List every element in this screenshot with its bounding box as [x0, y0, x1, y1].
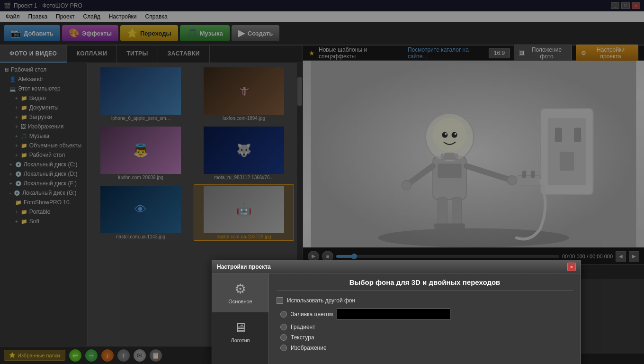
scroll-thumb[interactable] [297, 77, 302, 106]
titlebar-controls[interactable]: _ □ × [611, 2, 640, 9]
file-thumbnail: 🐺 [204, 127, 284, 174]
promo-link[interactable]: Посмотрите каталог на сайте... [408, 46, 485, 60]
folder-icon: 📁 [21, 209, 27, 215]
radio-image[interactable]: Изображение [280, 345, 573, 351]
tab-photo-video[interactable]: ФОТО И ВИДЕО [0, 46, 67, 63]
favorites-button[interactable]: ⭐ Избранные папки [4, 350, 65, 361]
file-item[interactable]: 🐺 mota_ru_983112-1366x76... [194, 125, 294, 182]
menu-project[interactable]: Проект [52, 12, 79, 21]
tree-item-video[interactable]: + 📁 Видео [0, 93, 87, 103]
tree-item-portable[interactable]: + 📁 Portable [0, 207, 87, 217]
titlebar-title: Проект 1 - ФотоШОУ PRO [14, 2, 82, 9]
music-button[interactable]: 🎵 Музыка [180, 25, 230, 41]
dialog-nav-logo[interactable]: 🖥 Логотип [212, 312, 268, 351]
tree-item-downloads[interactable]: + 📁 Загрузки [0, 112, 87, 122]
tree-item-images[interactable]: + 🖼 Изображения [0, 122, 87, 131]
transitions-button[interactable]: ⭐ Переходы [120, 25, 178, 41]
tree-item-docs[interactable]: + 📁 Документы [0, 103, 87, 112]
time-display: 00:00.000 / 00:00.000 [562, 254, 613, 259]
nav-copy-button[interactable]: 📋 [150, 349, 162, 362]
menu-settings[interactable]: Настройки [105, 12, 141, 21]
svg-point-25 [442, 132, 447, 138]
expand-icon: + [15, 105, 18, 110]
expand-icon: + [15, 115, 18, 120]
file-name: nastol.com.ua-103728.jpg [216, 234, 271, 239]
image-radio[interactable] [280, 345, 287, 351]
tree-item-diskc[interactable]: + 💿 Локальный диск (C:) [0, 160, 87, 169]
project-settings-dialog: Настройки проекта × ⚙ Основное 🖥 Логотип… [212, 260, 581, 364]
tree-item-desktop2[interactable]: + 📁 Рабочий стол [0, 150, 87, 160]
folder-icon: 📁 [15, 200, 22, 206]
file-name: nastol.com.ua-1143.jpg [116, 234, 165, 239]
nav-forward-button[interactable]: → [85, 349, 98, 362]
menu-edit[interactable]: Правка [25, 12, 52, 21]
use-other-bg-option[interactable]: Использовать другой фон [277, 297, 573, 304]
file-name: mota_ru_983112-1366x76... [214, 175, 274, 180]
radio-texture[interactable]: Текстура [280, 334, 573, 341]
tree-item-computer[interactable]: 💻 Этот компьютер [0, 84, 87, 93]
svg-point-28 [455, 133, 456, 135]
add-icon: 📷 [10, 28, 21, 38]
nav-up-button[interactable]: ↑ [117, 349, 130, 362]
nav-mail-button[interactable]: ✉ [134, 349, 146, 362]
app-icon: 🎬 [4, 2, 11, 9]
svg-point-1 [378, 228, 569, 247]
gradient-radio[interactable] [280, 324, 287, 330]
svg-rect-17 [452, 197, 462, 226]
color-swatch[interactable] [337, 309, 450, 320]
file-thumbnail: 🗡 [204, 67, 284, 115]
menu-file[interactable]: Файл [2, 12, 24, 21]
close-button[interactable]: × [632, 2, 640, 9]
file-item[interactable]: 👼 luxfon.com-20609.jpg [90, 125, 191, 182]
maximize-button[interactable]: □ [621, 2, 630, 9]
menubar: Файл Правка Проект Слайд Настройки Справ… [0, 11, 644, 22]
tab-screensavers[interactable]: ЗАСТАВКИ [158, 46, 210, 63]
tree-item-aleksandr[interactable]: 👤 Aleksandr [0, 74, 87, 84]
file-item[interactable]: iphone_6_apple_pero_sm... [90, 66, 191, 122]
titlebar: 🎬 Проект 1 - ФотоШОУ PRO _ □ × [0, 0, 644, 11]
dialog-nav-basic[interactable]: ⚙ Основное [212, 273, 268, 312]
tree-item-3d[interactable]: + 📁 Объемные объекты [0, 141, 87, 150]
frame-forward-button[interactable]: ▶ [629, 251, 639, 262]
minimize-button[interactable]: _ [611, 2, 619, 9]
tree-item-soft[interactable]: + 📁 Soft [0, 217, 87, 226]
fill-radio[interactable] [280, 311, 287, 318]
tree-item-desktop[interactable]: 🖥 Рабочий стол [0, 65, 87, 74]
dialog-close-button[interactable]: × [567, 263, 576, 271]
aspect-ratio-button[interactable]: 16:9 [489, 48, 510, 58]
expand-icon: + [15, 143, 18, 148]
file-name: luxfon.com-20609.jpg [118, 175, 163, 180]
tree-item-diskd[interactable]: + 💿 Локальный диск (D:) [0, 169, 87, 179]
create-icon: ▶ [238, 28, 245, 38]
use-other-bg-checkbox[interactable] [277, 297, 283, 304]
menu-help[interactable]: Справка [141, 12, 171, 21]
tab-collages[interactable]: КОЛЛАЖИ [67, 46, 117, 63]
svg-rect-16 [438, 197, 447, 226]
effects-button[interactable]: 🎨 Эффекты [62, 25, 118, 41]
tree-item-diskf[interactable]: + 💿 Локальный диск (F:) [0, 179, 87, 188]
radio-gradient[interactable]: Градиент [280, 324, 573, 330]
nav-back-button[interactable]: ↩ [69, 349, 81, 362]
file-item[interactable]: 🗡 luxfon.com-1894.jpg [194, 66, 294, 122]
dialog-section-title: Выбор фона для 3D и двойных переходов [277, 278, 573, 291]
titlebar-left: 🎬 Проект 1 - ФотоШОУ PRO [4, 2, 82, 9]
create-button[interactable]: ▶ Создать [232, 25, 279, 41]
tab-titles[interactable]: ТИТРЫ [117, 46, 158, 63]
menu-slide[interactable]: Слайд [80, 12, 104, 21]
position-button[interactable]: 🖼 Положение фото [514, 45, 572, 62]
nav-down-button[interactable]: ↓ [101, 349, 114, 362]
tree-item-diskg[interactable]: - 💿 Локальный диск (G:) [0, 188, 87, 198]
toolbar: 📷 Добавить 🎨 Эффекты ⭐ Переходы 🎵 Музыка… [0, 22, 644, 46]
progress-bar[interactable] [336, 255, 559, 258]
file-item[interactable]: 👁 nastol.com.ua-1143.jpg [90, 184, 191, 241]
expand-icon: + [15, 153, 18, 158]
radio-fill[interactable]: Заливка цветом [280, 309, 573, 320]
frame-back-button[interactable]: ◀ [616, 251, 626, 262]
add-button[interactable]: 📷 Добавить [4, 25, 60, 41]
file-item-selected[interactable]: 🤖 nastol.com.ua-103728.jpg [194, 184, 294, 241]
tree-item-fotoshowpro[interactable]: 📁 FotoShowPRO 10. [0, 198, 87, 207]
project-settings-button[interactable]: ⚙ Настройки проекта [576, 45, 638, 62]
texture-radio[interactable] [280, 334, 287, 341]
tree-item-music[interactable]: + 🎵 Музыка [0, 131, 87, 141]
preview-svg [303, 61, 644, 247]
